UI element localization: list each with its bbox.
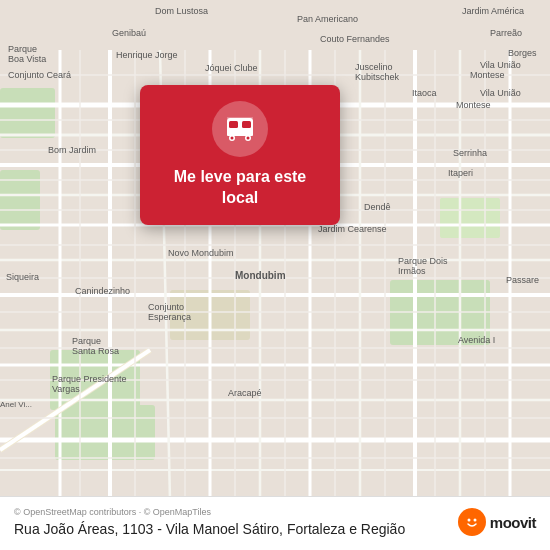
moovit-text: moovit bbox=[490, 514, 536, 531]
svg-rect-6 bbox=[440, 198, 500, 238]
bottom-bar: © OpenStreetMap contributors · © OpenMap… bbox=[0, 496, 550, 550]
attribution-text: © OpenStreetMap contributors · © OpenMap… bbox=[14, 507, 448, 517]
moovit-icon bbox=[458, 508, 486, 536]
bus-icon bbox=[221, 110, 259, 148]
map-background bbox=[0, 0, 550, 550]
svg-rect-1 bbox=[0, 88, 55, 138]
bottom-bar-content: © OpenStreetMap contributors · © OpenMap… bbox=[14, 507, 448, 538]
svg-rect-54 bbox=[229, 121, 238, 128]
svg-point-64 bbox=[473, 519, 476, 522]
moovit-logo[interactable]: moovit bbox=[458, 508, 536, 536]
moovit-icon-svg bbox=[461, 511, 483, 533]
svg-point-58 bbox=[231, 137, 234, 140]
svg-rect-4 bbox=[55, 405, 155, 460]
svg-point-62 bbox=[461, 511, 483, 533]
svg-rect-2 bbox=[0, 170, 40, 230]
navigate-button-text: Me leve para este local bbox=[156, 167, 324, 209]
svg-rect-55 bbox=[242, 121, 251, 128]
navigate-dialog[interactable]: Me leve para este local bbox=[140, 85, 340, 225]
address-text: Rua João Áreas, 1103 - Vila Manoel Sátir… bbox=[14, 520, 448, 538]
map-container: Dom Lustosa Pan Americano Jardim América… bbox=[0, 0, 550, 550]
svg-point-60 bbox=[247, 137, 250, 140]
bus-icon-container bbox=[212, 101, 268, 157]
svg-point-63 bbox=[467, 519, 470, 522]
